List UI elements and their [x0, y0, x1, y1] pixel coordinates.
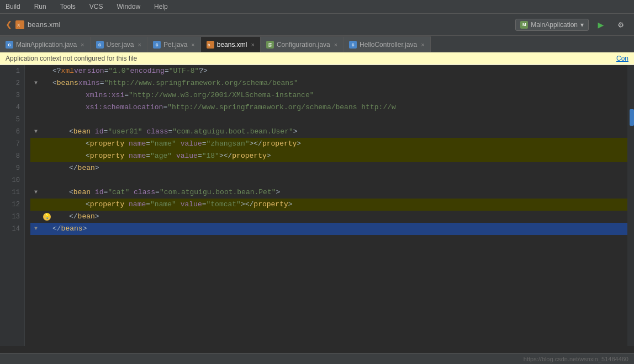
- tab-icon-pet: c: [153, 41, 161, 49]
- toolbar-filename: beans.xml: [28, 20, 60, 29]
- menu-tools[interactable]: Tools: [57, 2, 78, 12]
- svg-text:X: X: [17, 23, 20, 28]
- menu-run[interactable]: Run: [31, 2, 49, 12]
- hint-bulb-icon[interactable]: 💡: [43, 213, 51, 221]
- fold-14[interactable]: ▼: [30, 223, 41, 235]
- code-tag-prop-name: property: [90, 140, 124, 148]
- tab-icon-hello-controller: c: [349, 41, 357, 49]
- tab-close-beans-xml[interactable]: ×: [251, 41, 254, 48]
- toolbar-right: M MainApplication ▾ ▶ ⚙: [515, 17, 628, 33]
- editor-container: 1 2 3 4 5 6 7 8 9 10 11 12 13 14 <?xml v…: [0, 65, 634, 346]
- bottom-url: https://blog.csdn.net/wsnxin_51484460: [524, 356, 628, 362]
- code-attr-schema-loc: xsi:schemaLocation: [86, 103, 163, 111]
- tab-label-pet: Pet.java: [163, 41, 187, 49]
- code-val-xmlns-xsi: "http://www.w3.org/2001/XMLSchema-instan…: [129, 91, 314, 99]
- code-proc-xml: xml: [61, 65, 74, 77]
- tab-configuration[interactable]: @ Configuration.java ×: [261, 36, 344, 52]
- code-line-10: [30, 174, 627, 186]
- code-line-11: ▼ <bean id="cat" class="com.atguigu.boot…: [30, 186, 627, 199]
- code-tag-beans: beans: [57, 77, 78, 89]
- file-icon: X: [15, 20, 24, 29]
- line-num-4: 4: [4, 101, 20, 114]
- line-num-5: 5: [4, 114, 20, 126]
- code-line-13: 💡 </bean>: [30, 211, 627, 223]
- line-num-12: 12: [4, 199, 20, 211]
- line-num-13: 13: [4, 211, 20, 223]
- hint-13[interactable]: 💡: [41, 213, 52, 221]
- settings-button[interactable]: ⚙: [613, 17, 628, 33]
- code-tag-bean-close-1: bean: [78, 164, 95, 172]
- code-line-3: xmlns:xsi="http://www.w3.org/2001/XMLSch…: [30, 89, 627, 101]
- code-tag-prop-tomcat: property: [90, 200, 124, 208]
- back-arrow-icon[interactable]: ❮: [6, 18, 12, 31]
- tab-icon-user: c: [96, 41, 104, 49]
- menu-vcs[interactable]: VCS: [87, 2, 106, 12]
- run-config-selector[interactable]: M MainApplication ▾: [515, 19, 589, 31]
- line-num-14: 14: [4, 223, 20, 235]
- code-line-2: ▼ <beans xmlns="http://www.springframewo…: [30, 77, 627, 89]
- line-num-2: 2: [4, 77, 20, 89]
- tab-label-user: User.java: [107, 41, 134, 49]
- line-num-7: 7: [4, 138, 20, 150]
- code-line-4: xsi:schemaLocation="http://www.springfra…: [30, 101, 627, 114]
- code-val-xmlns: "http://www.springframework.org/schema/b…: [104, 77, 298, 89]
- code-line-5: [30, 114, 627, 126]
- line-num-10: 10: [4, 174, 20, 186]
- code-editor[interactable]: <?xml version="1.0" encoding="UTF-8"?> ▼…: [25, 65, 627, 346]
- info-message: Application context not configured for t…: [6, 55, 137, 62]
- tab-user[interactable]: c User.java ×: [91, 36, 147, 52]
- code-val-version: "1.0": [108, 65, 130, 77]
- tab-main-application[interactable]: c MainApplication.java ×: [0, 36, 91, 52]
- line-num-8: 8: [4, 150, 20, 162]
- code-text-1: <?: [52, 65, 61, 77]
- code-val-schema-loc: "http://www.springframework.org/schema/b…: [167, 103, 395, 111]
- tab-label-beans-xml: beans.xml: [217, 41, 247, 49]
- fold-11[interactable]: ▼: [30, 186, 41, 199]
- menu-help[interactable]: Help: [151, 2, 171, 12]
- tabs-bar: c MainApplication.java × c User.java × c…: [0, 36, 634, 52]
- code-line-7: <property name="name" value="zhangsan"><…: [30, 138, 627, 150]
- tab-label-hello-controller: HelloController.java: [360, 41, 417, 49]
- tab-close-configuration[interactable]: ×: [334, 41, 337, 48]
- svg-text:b: b: [208, 42, 210, 47]
- tab-close-main-application[interactable]: ×: [81, 41, 84, 48]
- tab-beans-xml[interactable]: b beans.xml ×: [201, 36, 261, 52]
- code-tag-prop-age: property: [90, 152, 124, 160]
- menu-bar: Build Run Tools VCS Window Help: [0, 0, 634, 14]
- code-line-9: </bean>: [30, 162, 627, 174]
- line-num-11: 11: [4, 186, 20, 199]
- code-attr-xmlns: xmlns: [78, 77, 100, 89]
- tab-hello-controller[interactable]: c HelloController.java ×: [344, 36, 431, 52]
- tab-label-main-application: MainApplication.java: [16, 41, 77, 49]
- code-attr-encoding: encoding: [130, 65, 164, 77]
- code-line-8: <property name="age" value="18"></proper…: [30, 150, 627, 162]
- menu-window[interactable]: Window: [114, 2, 143, 12]
- code-line-12: <property name="name" value="tomcat"></p…: [30, 199, 627, 211]
- right-indicator: [630, 109, 634, 126]
- code-val-encoding: "UTF-8": [169, 65, 199, 77]
- code-lines: <?xml version="1.0" encoding="UTF-8"?> ▼…: [25, 65, 627, 235]
- code-line-14: ▼ </beans>: [30, 223, 627, 235]
- tab-pet[interactable]: c Pet.java ×: [147, 36, 201, 52]
- tab-icon-main-application: c: [6, 41, 13, 49]
- menu-build[interactable]: Build: [3, 2, 23, 12]
- run-config-dropdown-icon: ▾: [580, 21, 584, 29]
- code-tag-bean-cat: bean: [73, 188, 91, 196]
- tab-close-pet[interactable]: ×: [191, 41, 194, 48]
- fold-2[interactable]: ▼: [30, 77, 41, 89]
- info-bar: Application context not configured for t…: [0, 52, 634, 65]
- code-attr-version: version: [74, 65, 104, 77]
- tab-label-configuration: Configuration.java: [277, 41, 330, 49]
- toolbar-file-info: ❮ X beans.xml: [6, 18, 511, 31]
- tab-icon-beans-xml: b: [207, 41, 214, 49]
- line-num-3: 3: [4, 89, 20, 101]
- tab-icon-configuration: @: [266, 41, 274, 49]
- tab-close-user[interactable]: ×: [138, 41, 141, 48]
- info-configure-link[interactable]: Con: [616, 55, 628, 62]
- code-line-1: <?xml version="1.0" encoding="UTF-8"?>: [30, 65, 627, 77]
- fold-6[interactable]: ▼: [30, 126, 41, 138]
- tab-close-hello-controller[interactable]: ×: [421, 41, 424, 48]
- run-button[interactable]: ▶: [593, 17, 609, 33]
- code-tag-bean-close-2: bean: [78, 212, 95, 221]
- right-gutter: [627, 65, 634, 346]
